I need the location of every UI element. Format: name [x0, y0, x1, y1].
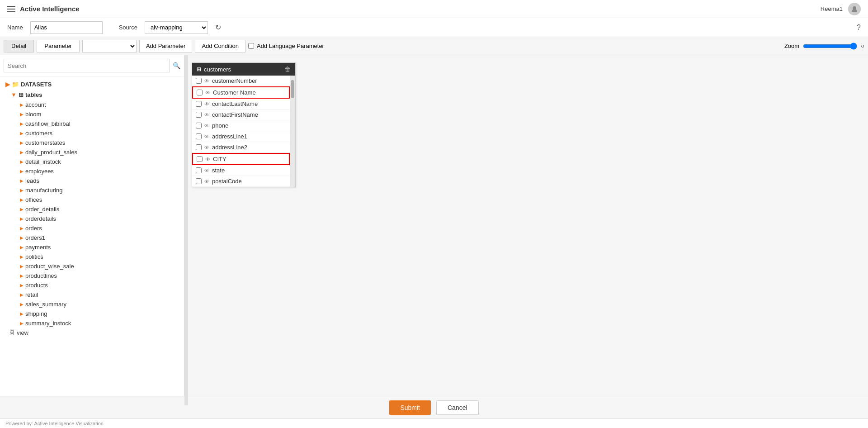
- tree-item-offices[interactable]: ▶ offices: [0, 195, 184, 204]
- field-name-contactLastName: contactLastName: [212, 100, 286, 107]
- cancel-button[interactable]: Cancel: [436, 400, 479, 415]
- item-label: summary_instock: [25, 320, 71, 327]
- field-checkbox-contactLastName[interactable]: [196, 101, 202, 107]
- item-label: account: [25, 101, 46, 108]
- name-label: Name: [7, 24, 23, 31]
- table-header-icon: ⊞: [197, 66, 201, 72]
- hamburger-menu[interactable]: [7, 6, 15, 12]
- tree-item-order-details[interactable]: ▶ order_details: [0, 204, 184, 214]
- item-label: product_wise_sale: [25, 263, 74, 270]
- name-input[interactable]: [30, 21, 103, 34]
- item-label: retail: [25, 291, 38, 298]
- tree-item-daily-product-sales[interactable]: ▶ daily_product_sales: [0, 147, 184, 157]
- field-name-addressLine1: addressLine1: [212, 133, 286, 140]
- tree-item-orders[interactable]: ▶ orders: [0, 224, 184, 233]
- resize-handle[interactable]: [184, 55, 188, 396]
- tree-item-politics[interactable]: ▶ politics: [0, 252, 184, 262]
- field-row-postalCode: 👁 postalCode: [192, 176, 290, 187]
- tree-item-orders1[interactable]: ▶ orders1: [0, 233, 184, 243]
- field-checkbox-CITY[interactable]: [197, 156, 203, 162]
- field-row-state: 👁 state: [192, 165, 290, 176]
- user-avatar: [848, 3, 861, 15]
- tree-item-orderdetails[interactable]: ▶ orderdetails: [0, 214, 184, 224]
- tree-item-payments[interactable]: ▶ payments: [0, 243, 184, 252]
- search-input[interactable]: [4, 59, 170, 72]
- caret-icon: ▶: [20, 245, 24, 250]
- caret-icon: ▶: [5, 81, 10, 88]
- item-label: daily_product_sales: [25, 149, 77, 156]
- caret-icon: ▶: [20, 121, 24, 126]
- datasets-node[interactable]: ▶ 📁 DATASETS: [0, 79, 184, 90]
- source-label: Source: [119, 24, 137, 31]
- caret-icon: ▶: [20, 273, 24, 278]
- add-condition-button[interactable]: Add Condition: [195, 40, 245, 52]
- caret-icon: ▶: [20, 235, 24, 240]
- tree-item-summary-instock[interactable]: ▶ summary_instock: [0, 319, 184, 328]
- tree-item-account[interactable]: ▶ account: [0, 100, 184, 109]
- lang-checkbox[interactable]: [248, 43, 254, 49]
- field-checkbox-addressLine1[interactable]: [196, 133, 202, 139]
- tree-item-customers[interactable]: ▶ customers: [0, 128, 184, 138]
- field-checkbox-customerNumber[interactable]: [196, 78, 202, 84]
- add-parameter-button[interactable]: Add Parameter: [139, 40, 192, 52]
- table-icon: ⊞: [19, 91, 24, 98]
- detail-tab[interactable]: Detail: [4, 40, 34, 52]
- help-button[interactable]: ?: [857, 24, 861, 32]
- table-widget-title: customers: [204, 66, 231, 73]
- tree-item-bloom[interactable]: ▶ bloom: [0, 109, 184, 119]
- caret-icon: ▶: [20, 197, 24, 202]
- field-checkbox-addressLine2[interactable]: [196, 144, 202, 150]
- name-source-row: Name Source aiv-mapping default custom ↻…: [0, 18, 868, 37]
- field-type-icon: 👁: [205, 157, 210, 162]
- tree-item-detail-instock[interactable]: ▶ detail_instock: [0, 157, 184, 166]
- parameter-tab[interactable]: Parameter: [37, 40, 80, 52]
- field-type-icon: 👁: [204, 112, 209, 118]
- tree-item-customerstates[interactable]: ▶ customerstates: [0, 138, 184, 147]
- caret-icon: ▶: [20, 292, 24, 297]
- dropdown-tab[interactable]: [82, 40, 137, 52]
- folder-icon: 📁: [12, 81, 19, 88]
- source-select[interactable]: aiv-mapping default custom: [145, 21, 208, 34]
- zoom-slider[interactable]: [803, 43, 857, 50]
- delete-icon[interactable]: 🗑: [284, 66, 291, 73]
- caret-icon: ▶: [20, 226, 24, 231]
- item-label: offices: [25, 196, 42, 203]
- search-box: 🔍: [0, 55, 184, 76]
- field-name-addressLine2: addressLine2: [212, 144, 286, 151]
- field-checkbox-state[interactable]: [196, 167, 202, 173]
- scrollbar-track[interactable]: [290, 76, 295, 187]
- footer: Powered by: Active Intelligence Visualiz…: [0, 418, 868, 428]
- tree-item-manufacturing[interactable]: ▶ manufacturing: [0, 185, 184, 195]
- item-label: orders1: [25, 234, 45, 241]
- tree-item-retail[interactable]: ▶ retail: [0, 290, 184, 300]
- submit-button[interactable]: Submit: [389, 400, 431, 415]
- item-label: products: [25, 282, 48, 289]
- zoom-label: Zoom: [784, 43, 799, 49]
- field-checkbox-contactFirstName[interactable]: [196, 112, 202, 118]
- field-row-contactFirstName: 👁 contactFirstName: [192, 109, 290, 120]
- field-type-icon: 👁: [204, 101, 209, 107]
- field-name-state: state: [212, 167, 286, 174]
- refresh-button[interactable]: ↻: [215, 23, 221, 32]
- caret-icon: ▶: [20, 159, 24, 164]
- tree-item-view[interactable]: 🗄 view: [0, 328, 184, 338]
- item-label: sales_summary: [25, 301, 66, 308]
- field-checkbox-customerName[interactable]: [197, 90, 203, 95]
- tables-node[interactable]: ▼ ⊞ tables: [0, 90, 184, 100]
- field-type-icon: 👁: [204, 123, 209, 128]
- tree-item-productlines[interactable]: ▶ productlines: [0, 271, 184, 281]
- lang-label: Add Language Parameter: [257, 43, 324, 49]
- tree-item-employees[interactable]: ▶ employees: [0, 166, 184, 176]
- item-label: productlines: [25, 272, 57, 279]
- tree-item-cashflow[interactable]: ▶ cashflow_bibirbal: [0, 119, 184, 128]
- tree-item-products[interactable]: ▶ products: [0, 281, 184, 290]
- tree-item-sales-summary[interactable]: ▶ sales_summary: [0, 300, 184, 309]
- field-checkbox-postalCode[interactable]: [196, 178, 202, 184]
- item-label: detail_instock: [25, 158, 61, 165]
- tables-label: tables: [25, 91, 42, 98]
- item-label: order_details: [25, 206, 59, 213]
- tree-item-leads[interactable]: ▶ leads: [0, 176, 184, 185]
- tree-item-shipping[interactable]: ▶ shipping: [0, 309, 184, 319]
- field-checkbox-phone[interactable]: [196, 123, 202, 128]
- tree-item-product-wise-sale[interactable]: ▶ product_wise_sale: [0, 262, 184, 271]
